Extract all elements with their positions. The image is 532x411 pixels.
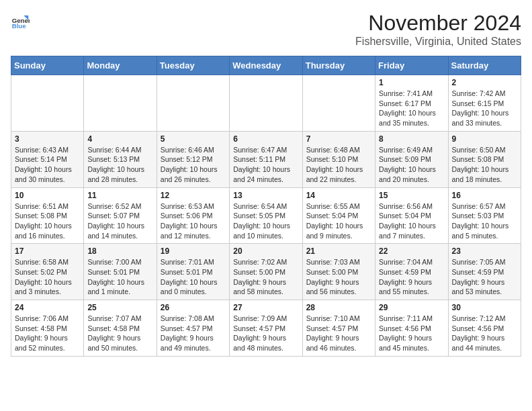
day-header-tuesday: Tuesday: [157, 56, 229, 75]
day-info: Sunrise: 6:53 AM Sunset: 5:06 PM Dayligh…: [161, 201, 226, 241]
day-number: 8: [379, 134, 444, 144]
calendar-cell: 8Sunrise: 6:49 AM Sunset: 5:09 PM Daylig…: [375, 131, 448, 187]
day-number: 21: [306, 246, 371, 256]
day-number: 9: [452, 134, 517, 144]
day-info: Sunrise: 7:06 AM Sunset: 4:58 PM Dayligh…: [15, 314, 80, 353]
calendar-cell: [84, 75, 157, 132]
calendar-cell: [157, 75, 229, 132]
day-info: Sunrise: 6:52 AM Sunset: 5:07 PM Dayligh…: [87, 201, 152, 241]
day-number: 17: [15, 246, 80, 256]
calendar-cell: [230, 75, 302, 132]
calendar-cell: 23Sunrise: 7:05 AM Sunset: 4:59 PM Dayli…: [448, 244, 521, 300]
day-number: 6: [233, 134, 298, 144]
day-info: Sunrise: 7:09 AM Sunset: 4:57 PM Dayligh…: [233, 314, 298, 353]
calendar-cell: 10Sunrise: 6:51 AM Sunset: 5:08 PM Dayli…: [11, 187, 84, 244]
day-number: 24: [15, 303, 80, 312]
day-info: Sunrise: 6:51 AM Sunset: 5:08 PM Dayligh…: [15, 201, 80, 241]
calendar-cell: 29Sunrise: 7:11 AM Sunset: 4:56 PM Dayli…: [375, 300, 448, 357]
day-info: Sunrise: 6:43 AM Sunset: 5:14 PM Dayligh…: [15, 145, 80, 185]
calendar-week-2: 3Sunrise: 6:43 AM Sunset: 5:14 PM Daylig…: [11, 131, 521, 187]
page-header: General Blue November 2024 Fishersville,…: [11, 11, 521, 48]
calendar-cell: 12Sunrise: 6:53 AM Sunset: 5:06 PM Dayli…: [157, 187, 229, 244]
day-info: Sunrise: 7:05 AM Sunset: 4:59 PM Dayligh…: [452, 257, 517, 297]
day-number: 18: [87, 246, 152, 256]
calendar-cell: 15Sunrise: 6:56 AM Sunset: 5:04 PM Dayli…: [375, 187, 448, 244]
day-number: 28: [306, 303, 371, 312]
day-number: 30: [452, 303, 517, 312]
day-info: Sunrise: 7:00 AM Sunset: 5:01 PM Dayligh…: [87, 257, 152, 297]
day-number: 11: [87, 191, 152, 200]
day-info: Sunrise: 7:08 AM Sunset: 4:57 PM Dayligh…: [161, 314, 226, 353]
day-info: Sunrise: 6:47 AM Sunset: 5:11 PM Dayligh…: [233, 145, 298, 185]
calendar-table: SundayMondayTuesdayWednesdayThursdayFrid…: [11, 56, 521, 357]
day-info: Sunrise: 7:02 AM Sunset: 5:00 PM Dayligh…: [233, 257, 298, 297]
day-number: 1: [379, 78, 444, 87]
svg-text:Blue: Blue: [12, 22, 26, 30]
day-number: 4: [87, 134, 152, 144]
day-number: 12: [161, 191, 226, 200]
day-number: 22: [379, 246, 444, 256]
calendar-cell: 9Sunrise: 6:50 AM Sunset: 5:08 PM Daylig…: [448, 131, 521, 187]
calendar-cell: 22Sunrise: 7:04 AM Sunset: 4:59 PM Dayli…: [375, 244, 448, 300]
calendar-cell: 18Sunrise: 7:00 AM Sunset: 5:01 PM Dayli…: [84, 244, 157, 300]
day-number: 13: [233, 191, 298, 200]
day-info: Sunrise: 6:57 AM Sunset: 5:03 PM Dayligh…: [452, 201, 517, 241]
day-info: Sunrise: 6:55 AM Sunset: 5:04 PM Dayligh…: [306, 201, 371, 241]
calendar-cell: 16Sunrise: 6:57 AM Sunset: 5:03 PM Dayli…: [448, 187, 521, 244]
calendar-cell: 21Sunrise: 7:03 AM Sunset: 5:00 PM Dayli…: [302, 244, 375, 300]
calendar-cell: 26Sunrise: 7:08 AM Sunset: 4:57 PM Dayli…: [157, 300, 229, 357]
day-number: 15: [379, 191, 444, 200]
calendar-header-row: SundayMondayTuesdayWednesdayThursdayFrid…: [11, 56, 521, 75]
day-number: 7: [306, 134, 371, 144]
day-info: Sunrise: 6:56 AM Sunset: 5:04 PM Dayligh…: [379, 201, 444, 241]
day-header-sunday: Sunday: [11, 56, 84, 75]
calendar-week-1: 1Sunrise: 7:41 AM Sunset: 6:17 PM Daylig…: [11, 75, 521, 132]
day-info: Sunrise: 6:50 AM Sunset: 5:08 PM Dayligh…: [452, 145, 517, 185]
day-info: Sunrise: 6:49 AM Sunset: 5:09 PM Dayligh…: [379, 145, 444, 185]
title-block: November 2024 Fishersville, Virginia, Un…: [355, 11, 521, 48]
day-number: 2: [452, 78, 517, 87]
day-info: Sunrise: 6:54 AM Sunset: 5:05 PM Dayligh…: [233, 201, 298, 241]
calendar-cell: 25Sunrise: 7:07 AM Sunset: 4:58 PM Dayli…: [84, 300, 157, 357]
calendar-week-3: 10Sunrise: 6:51 AM Sunset: 5:08 PM Dayli…: [11, 187, 521, 244]
calendar-cell: 17Sunrise: 6:58 AM Sunset: 5:02 PM Dayli…: [11, 244, 84, 300]
day-info: Sunrise: 7:12 AM Sunset: 4:56 PM Dayligh…: [452, 314, 517, 353]
day-info: Sunrise: 6:58 AM Sunset: 5:02 PM Dayligh…: [15, 257, 80, 297]
calendar-week-4: 17Sunrise: 6:58 AM Sunset: 5:02 PM Dayli…: [11, 244, 521, 300]
day-number: 19: [161, 246, 226, 256]
day-header-thursday: Thursday: [302, 56, 375, 75]
calendar-cell: 20Sunrise: 7:02 AM Sunset: 5:00 PM Dayli…: [230, 244, 302, 300]
logo-icon: General Blue: [11, 11, 30, 30]
day-number: 10: [15, 191, 80, 200]
calendar-cell: [11, 75, 84, 132]
day-header-friday: Friday: [375, 56, 448, 75]
day-info: Sunrise: 7:04 AM Sunset: 4:59 PM Dayligh…: [379, 257, 444, 297]
calendar-cell: 11Sunrise: 6:52 AM Sunset: 5:07 PM Dayli…: [84, 187, 157, 244]
day-header-monday: Monday: [84, 56, 157, 75]
day-number: 23: [452, 246, 517, 256]
calendar-cell: 30Sunrise: 7:12 AM Sunset: 4:56 PM Dayli…: [448, 300, 521, 357]
calendar-cell: 2Sunrise: 7:42 AM Sunset: 6:15 PM Daylig…: [448, 75, 521, 132]
calendar-cell: 3Sunrise: 6:43 AM Sunset: 5:14 PM Daylig…: [11, 131, 84, 187]
page-title: November 2024: [355, 11, 521, 36]
calendar-cell: 19Sunrise: 7:01 AM Sunset: 5:01 PM Dayli…: [157, 244, 229, 300]
calendar-cell: 13Sunrise: 6:54 AM Sunset: 5:05 PM Dayli…: [230, 187, 302, 244]
day-info: Sunrise: 7:07 AM Sunset: 4:58 PM Dayligh…: [87, 314, 152, 353]
calendar-cell: 27Sunrise: 7:09 AM Sunset: 4:57 PM Dayli…: [230, 300, 302, 357]
calendar-cell: 1Sunrise: 7:41 AM Sunset: 6:17 PM Daylig…: [375, 75, 448, 132]
day-number: 29: [379, 303, 444, 312]
day-number: 27: [233, 303, 298, 312]
calendar-cell: 6Sunrise: 6:47 AM Sunset: 5:11 PM Daylig…: [230, 131, 302, 187]
calendar-cell: 14Sunrise: 6:55 AM Sunset: 5:04 PM Dayli…: [302, 187, 375, 244]
day-number: 16: [452, 191, 517, 200]
day-header-wednesday: Wednesday: [230, 56, 302, 75]
day-info: Sunrise: 7:01 AM Sunset: 5:01 PM Dayligh…: [161, 257, 226, 297]
calendar-cell: 4Sunrise: 6:44 AM Sunset: 5:13 PM Daylig…: [84, 131, 157, 187]
calendar-cell: 5Sunrise: 6:46 AM Sunset: 5:12 PM Daylig…: [157, 131, 229, 187]
calendar-cell: [302, 75, 375, 132]
day-header-saturday: Saturday: [448, 56, 521, 75]
day-info: Sunrise: 7:41 AM Sunset: 6:17 PM Dayligh…: [379, 89, 444, 128]
page-subtitle: Fishersville, Virginia, United States: [355, 36, 521, 48]
day-number: 26: [161, 303, 226, 312]
calendar-cell: 7Sunrise: 6:48 AM Sunset: 5:10 PM Daylig…: [302, 131, 375, 187]
